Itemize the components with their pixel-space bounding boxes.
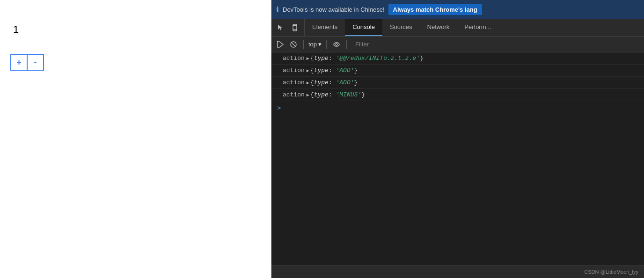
console-output: action ▶ { type : '@@redux/INITu.z.t.z.e… — [271, 52, 644, 265]
ban-icon[interactable] — [288, 39, 299, 50]
expand-arrow[interactable]: ▶ — [307, 56, 309, 61]
eye-icon[interactable] — [331, 39, 342, 50]
mobile-icon[interactable] — [289, 22, 300, 33]
filter-input[interactable] — [351, 41, 640, 48]
tabs-container: Elements Console Sources Network Perform… — [305, 19, 644, 36]
counter-display: 1 — [13, 23, 19, 36]
log-label: action — [283, 67, 305, 74]
devtools-icon-group — [271, 19, 305, 36]
console-line-3: action ▶ { type : 'ADD' } — [271, 77, 644, 89]
cursor-icon[interactable] — [275, 22, 286, 33]
svg-point-8 — [336, 44, 337, 45]
console-line-4: action ▶ { type : 'MINUS' } — [271, 89, 644, 101]
always-match-button[interactable]: Always match Chrome's lang — [388, 4, 482, 15]
expand-arrow[interactable]: ▶ — [307, 80, 309, 86]
tab-bar: Elements Console Sources Network Perform… — [271, 19, 644, 37]
devtools-panel: ℹ DevTools is now available in Chinese! … — [271, 0, 644, 278]
tab-sources[interactable]: Sources — [382, 19, 420, 36]
clear-console-icon[interactable] — [275, 39, 285, 50]
info-bar: ℹ DevTools is now available in Chinese! … — [271, 0, 644, 19]
context-selector[interactable]: top ▾ — [308, 41, 322, 48]
toolbar-divider3 — [346, 40, 347, 49]
console-toolbar: top ▾ — [271, 37, 644, 52]
left-panel: 1 + - — [0, 0, 271, 278]
counter-buttons: + - — [10, 54, 44, 71]
tab-performance[interactable]: Perform... — [457, 19, 498, 36]
console-prompt[interactable]: > — [271, 101, 644, 114]
expand-arrow[interactable]: ▶ — [307, 68, 309, 73]
expand-arrow[interactable]: ▶ — [307, 92, 309, 98]
decrement-button[interactable]: - — [27, 54, 44, 71]
tab-network[interactable]: Network — [420, 19, 457, 36]
increment-button[interactable]: + — [10, 54, 27, 71]
svg-marker-3 — [278, 42, 283, 47]
log-label: action — [283, 55, 305, 62]
svg-line-6 — [292, 42, 296, 46]
console-line-2: action ▶ { type : 'ADD' } — [271, 65, 644, 77]
toolbar-divider2 — [326, 40, 327, 49]
chevron-down-icon: ▾ — [318, 41, 322, 48]
log-label: action — [283, 91, 305, 98]
tab-elements[interactable]: Elements — [305, 19, 345, 36]
log-label: action — [283, 79, 305, 86]
info-message: DevTools is now available in Chinese! — [283, 6, 385, 13]
info-icon: ℹ — [276, 5, 279, 14]
console-line-1: action ▶ { type : '@@redux/INITu.z.t.z.e… — [271, 52, 644, 65]
footer: CSDN @LittleMoon_lyy — [271, 265, 644, 278]
footer-credit: CSDN @LittleMoon_lyy — [584, 269, 638, 275]
toolbar-divider — [303, 40, 304, 49]
svg-point-7 — [334, 43, 339, 46]
tab-console[interactable]: Console — [345, 19, 382, 36]
